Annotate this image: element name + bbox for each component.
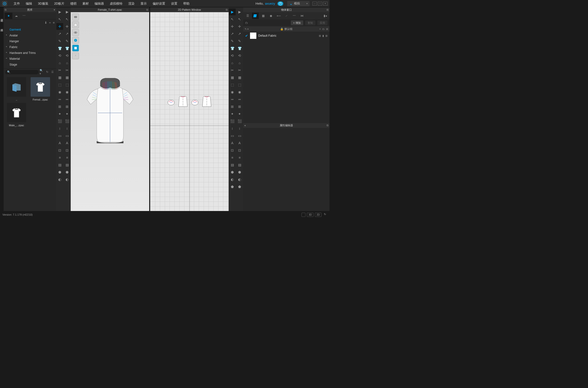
- menu-设置[interactable]: 设置: [168, 1, 180, 6]
- tc2db-tool-1[interactable]: ↖: [236, 16, 243, 23]
- username[interactable]: axuezy: [265, 2, 275, 5]
- tc2db-tool-5[interactable]: 👕: [236, 45, 243, 52]
- tc3db-tool-12[interactable]: ═: [64, 96, 71, 103]
- more-icon[interactable]: ⊞: [326, 28, 328, 30]
- menu-缝纫[interactable]: 缝纫: [67, 1, 79, 6]
- tc3da-tool-20[interactable]: ≡: [56, 154, 63, 161]
- tc3db-tool-10[interactable]: ⬚: [64, 81, 71, 88]
- menu-icon[interactable]: ≡: [53, 21, 55, 24]
- fabric-swatch[interactable]: [250, 32, 256, 39]
- tc3da-tool-7[interactable]: ⌂: [56, 59, 63, 66]
- obj-tab-texture[interactable]: ▦: [260, 13, 267, 19]
- tc3da-tool-14[interactable]: ✦: [56, 110, 63, 117]
- app-logo[interactable]: [2, 1, 7, 6]
- tc3da-tool-22[interactable]: ⬢: [56, 169, 63, 175]
- tc3db-tool-11[interactable]: ◉: [64, 89, 71, 96]
- status-3d[interactable]: 3D: [307, 213, 313, 217]
- user-avatar-icon[interactable]: [278, 1, 283, 6]
- tc2db-tool-7[interactable]: ⌂: [236, 59, 243, 66]
- obj-tab-stitch[interactable]: ⟵: [275, 13, 282, 19]
- refresh-icon[interactable]: ↻: [45, 70, 49, 74]
- tc3da-tool-11[interactable]: ◉: [56, 89, 63, 96]
- tc3db-tool-0[interactable]: ▶: [64, 8, 71, 15]
- tc2db-tool-12[interactable]: ═: [236, 96, 243, 103]
- tc3da-tool-15[interactable]: ⬛: [56, 118, 63, 124]
- tc3da-tool-18[interactable]: A: [56, 140, 63, 146]
- lib-tab-favorites[interactable]: ★: [5, 13, 12, 19]
- menu-渲染[interactable]: 渲染: [125, 1, 137, 6]
- tc3db-tool-4[interactable]: ✎: [64, 38, 71, 45]
- tc3db-tool-8[interactable]: ✂: [64, 67, 71, 73]
- status-blank[interactable]: [302, 213, 306, 217]
- tc2db-tool-4[interactable]: ✎: [236, 38, 243, 45]
- menu-帮助[interactable]: 帮助: [180, 1, 192, 6]
- tc2db-tool-14[interactable]: ✦: [236, 110, 243, 117]
- minimize-button[interactable]: —: [312, 2, 317, 6]
- tc2da-tool-1[interactable]: ↖: [229, 16, 236, 23]
- tc2db-tool-13[interactable]: ⊞: [236, 103, 243, 110]
- tc2da-tool-12[interactable]: ═: [229, 96, 236, 103]
- tc3da-tool-13[interactable]: ⊞: [56, 103, 63, 110]
- vp-tool-4[interactable]: i: [72, 37, 79, 44]
- tc2da-tool-15[interactable]: ⬛: [229, 118, 236, 124]
- tc3da-tool-5[interactable]: 👕: [56, 45, 63, 52]
- tc3db-tool-15[interactable]: ⬛: [64, 118, 71, 124]
- tc3da-tool-19[interactable]: ⊡: [56, 147, 63, 154]
- refresh-icon[interactable]: ↻: [323, 213, 327, 217]
- popout-icon[interactable]: ⧉: [327, 8, 329, 11]
- check-icon[interactable]: ✔: [245, 34, 248, 38]
- flag-icon[interactable]: ▮: [322, 34, 324, 37]
- side-tab-history[interactable]: 历史记录: [0, 15, 4, 19]
- tc2db-tool-16[interactable]: ↕: [236, 125, 243, 132]
- tc3db-tool-21[interactable]: ▤: [64, 162, 71, 168]
- menu-偏好设置[interactable]: 偏好设置: [150, 1, 168, 6]
- folder-icon[interactable]: 🗀: [322, 28, 325, 30]
- tc3db-tool-17[interactable]: ▭: [64, 132, 71, 139]
- search-input[interactable]: 🔍: [5, 70, 39, 74]
- tc2da-tool-24[interactable]: ⬟: [229, 183, 236, 190]
- object-group-header[interactable]: ✎ ▾ 🔒 默认组 +🗀⊞: [243, 26, 330, 32]
- tc2db-tool-22[interactable]: ⬢: [236, 169, 243, 175]
- obj-tab-list[interactable]: ☰: [244, 13, 251, 19]
- pencil-icon[interactable]: ✎ ▾: [245, 28, 249, 30]
- collapse-icon[interactable]: ▾: [54, 8, 55, 11]
- obj-tab-seam[interactable]: ⟋: [283, 13, 290, 19]
- tc2da-tool-6[interactable]: ⟲: [229, 52, 236, 59]
- tc3da-tool-2[interactable]: ✛: [56, 23, 63, 30]
- tc2da-tool-22[interactable]: ⬢: [229, 169, 236, 175]
- tc3da-tool-12[interactable]: ═: [56, 96, 63, 103]
- tc2da-tool-16[interactable]: ↕: [229, 125, 236, 132]
- tc3da-tool-10[interactable]: ⬚: [56, 81, 63, 88]
- lib-tab-cloud[interactable]: ☁: [12, 13, 20, 19]
- tc2da-tool-18[interactable]: A: [229, 140, 236, 146]
- tc3db-tool-7[interactable]: ⌂: [64, 59, 71, 66]
- lib-tab-local[interactable]: 〰: [20, 13, 28, 19]
- tc2db-tool-20[interactable]: ≡: [236, 154, 243, 161]
- popout-icon[interactable]: ⧉: [226, 8, 228, 11]
- tc2da-tool-0[interactable]: ▶: [229, 8, 236, 15]
- tc3db-tool-1[interactable]: ↖: [64, 16, 71, 23]
- vp-tool-6[interactable]: [72, 52, 79, 59]
- tc2da-tool-14[interactable]: ✦: [229, 110, 236, 117]
- tree-item-hardware-and-trims[interactable]: ▸Hardware and Trims: [4, 50, 56, 56]
- tc3db-tool-6[interactable]: ⟲: [64, 52, 71, 59]
- tc2db-tool-6[interactable]: ⟲: [236, 52, 243, 59]
- add-group-icon[interactable]: +: [319, 28, 321, 30]
- menu-3D服装[interactable]: 3D服装: [35, 1, 51, 6]
- vp-tool-2[interactable]: [72, 21, 79, 28]
- object-item[interactable]: ✔ Default Fabric ⊞▮⊞: [243, 32, 330, 40]
- tc3da-tool-3[interactable]: ↗: [56, 30, 63, 37]
- tc2db-tool-18[interactable]: A: [236, 140, 243, 146]
- tc3db-tool-13[interactable]: ⊞: [64, 103, 71, 110]
- tree-item-hanger[interactable]: Hanger: [4, 38, 56, 44]
- vp-tool-1[interactable]: [72, 14, 79, 20]
- tree-item-fabric[interactable]: ▸Fabric: [4, 44, 56, 50]
- tc3db-tool-2[interactable]: ✛: [64, 23, 71, 30]
- status-2d[interactable]: 2D: [315, 213, 321, 217]
- tc2db-tool-21[interactable]: ▤: [236, 162, 243, 168]
- simulate-button[interactable]: ⌄ 模拟: [287, 1, 309, 6]
- obj-tab-zigzag[interactable]: 〰: [291, 13, 298, 19]
- viewport-3d[interactable]: i: [71, 12, 149, 211]
- tc2db-tool-2[interactable]: ✛: [236, 23, 243, 30]
- tc2da-tool-3[interactable]: ↗: [229, 30, 236, 37]
